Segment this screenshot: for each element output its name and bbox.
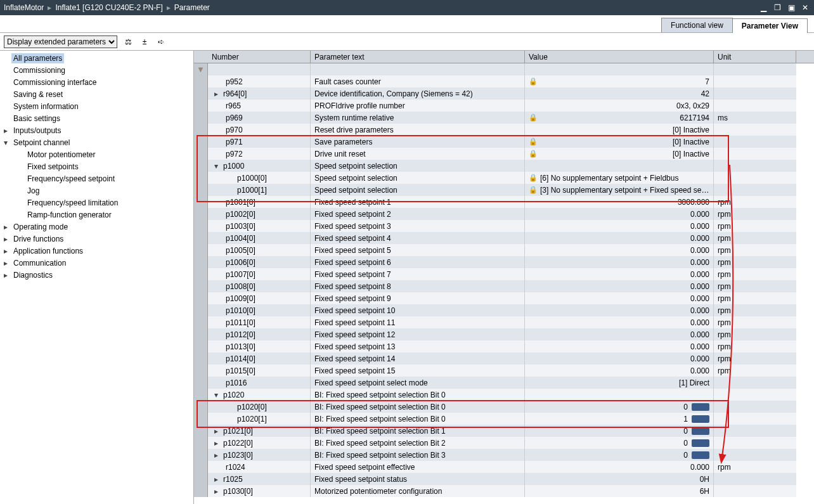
cell-value[interactable]: 🔒[0] Inactive	[525, 136, 714, 148]
cell-value[interactable]: 0.000	[525, 461, 714, 473]
cell-value[interactable]: 0.000	[525, 365, 714, 377]
cell-value[interactable]: 0.000	[525, 316, 714, 328]
cell-value[interactable]: 0.000	[525, 268, 714, 280]
nav-item[interactable]: Basic settings	[0, 112, 193, 124]
cell-value[interactable]: 0	[525, 449, 714, 461]
chevron-right-icon[interactable]: ▸	[4, 223, 11, 231]
cell-value[interactable]: 6H	[525, 485, 714, 497]
cell-number[interactable]: p971	[208, 136, 311, 148]
table-row[interactable]: p972Drive unit reset🔒[0] Inactive	[194, 148, 814, 160]
chevron-right-icon[interactable]: ▸	[214, 427, 223, 436]
col-text[interactable]: Parameter text	[311, 51, 525, 63]
nav-item[interactable]: Saving & reset	[0, 88, 193, 100]
table-row[interactable]: p1000[0]Speed setpoint selection🔒[6] No …	[194, 172, 814, 184]
chevron-right-icon[interactable]: ▸	[214, 475, 223, 484]
nav-item[interactable]: Fixed setpoints	[0, 160, 193, 172]
table-row[interactable]: p1013[0]Fixed speed setpoint 130.000rpm	[194, 340, 814, 352]
nav-item[interactable]: Jog	[0, 184, 193, 197]
table-row[interactable]: p971Save parameters🔒[0] Inactive	[194, 136, 814, 148]
table-row[interactable]: p1010[0]Fixed speed setpoint 100.000rpm	[194, 304, 814, 316]
nav-item[interactable]: ▾Setpoint channel	[0, 136, 193, 148]
nav-item[interactable]: Commissioning	[0, 64, 193, 76]
filter-number[interactable]	[208, 63, 311, 75]
cell-number[interactable]: p1020[0]	[208, 401, 311, 413]
table-row[interactable]: p1000[1]Speed setpoint selection🔒[3] No …	[194, 184, 814, 196]
table-row[interactable]: p1004[0]Fixed speed setpoint 40.000rpm	[194, 232, 814, 244]
cell-value[interactable]: 0.000	[525, 280, 714, 292]
cell-number[interactable]: ▸p1022[0]	[208, 437, 311, 449]
signal-pill-icon[interactable]	[692, 415, 709, 423]
cell-value[interactable]: 0.000	[525, 352, 714, 365]
cell-value[interactable]: 🔒7	[525, 75, 714, 87]
cell-number[interactable]: p1010[0]	[208, 304, 311, 316]
cell-number[interactable]: p1011[0]	[208, 316, 311, 328]
cell-value[interactable]: 0.000	[525, 208, 714, 220]
cell-value[interactable]: 42	[525, 87, 714, 100]
cell-value[interactable]	[525, 389, 714, 401]
cell-number[interactable]: p970	[208, 124, 311, 136]
grid-body[interactable]: ▼p952Fault cases counter🔒7▸r964[0]Device…	[194, 63, 814, 504]
cell-value[interactable]: 0	[525, 437, 714, 449]
cell-number[interactable]: ▸p1021[0]	[208, 425, 311, 437]
table-row[interactable]: p1002[0]Fixed speed setpoint 20.000rpm	[194, 208, 814, 220]
cell-number[interactable]: p1020[1]	[208, 413, 311, 425]
cell-number[interactable]: p1015[0]	[208, 365, 311, 377]
cell-number[interactable]: r1024	[208, 461, 311, 473]
cell-value[interactable]: 0H	[525, 473, 714, 485]
cell-number[interactable]: r965	[208, 100, 311, 112]
table-row[interactable]: p1020[1]BI: Fixed speed setpoint selecti…	[194, 413, 814, 425]
compare-icon[interactable]: ⚖	[122, 36, 134, 48]
cell-number[interactable]: p1008[0]	[208, 280, 311, 292]
signal-pill-icon[interactable]	[692, 427, 709, 435]
cell-value[interactable]: 0x3, 0x29	[525, 100, 714, 112]
nav-item[interactable]: All parameters	[0, 52, 193, 64]
cell-value[interactable]: 🔒[0] Inactive	[525, 148, 714, 160]
table-row[interactable]: p1012[0]Fixed speed setpoint 120.000rpm	[194, 328, 814, 340]
cell-value[interactable]: 🔒[6] No supplementary setpoint + Fieldbu…	[525, 172, 714, 184]
cell-value[interactable]: 3000.000	[525, 196, 714, 208]
col-value[interactable]: Value	[525, 51, 714, 63]
signal-pill-icon[interactable]	[692, 439, 709, 447]
cell-number[interactable]: p972	[208, 148, 311, 160]
filter-unit[interactable]	[714, 63, 796, 75]
table-row[interactable]: ▸r964[0]Device identification, Company (…	[194, 87, 814, 100]
download-icon[interactable]: ±	[139, 36, 150, 48]
tab-functional-view[interactable]: Functional view	[661, 18, 733, 32]
close-button[interactable]: ✕	[800, 3, 810, 12]
col-number[interactable]: Number	[208, 51, 311, 63]
col-unit[interactable]: Unit	[714, 51, 796, 63]
cell-number[interactable]: p1000[0]	[208, 172, 311, 184]
cell-number[interactable]: p1002[0]	[208, 208, 311, 220]
cell-number[interactable]: p1009[0]	[208, 292, 311, 304]
cell-number[interactable]: p1006[0]	[208, 256, 311, 268]
table-row[interactable]: p1015[0]Fixed speed setpoint 150.000rpm	[194, 365, 814, 377]
chevron-right-icon[interactable]: ▸	[4, 271, 11, 280]
table-row[interactable]: r965PROFIdrive profile number0x3, 0x29	[194, 100, 814, 112]
cell-number[interactable]: p1014[0]	[208, 352, 311, 365]
table-row[interactable]: p1007[0]Fixed speed setpoint 70.000rpm	[194, 268, 814, 280]
cell-number[interactable]: p1007[0]	[208, 268, 311, 280]
funnel-icon[interactable]: ▼	[197, 65, 205, 74]
cell-value[interactable]: 0.000	[525, 328, 714, 340]
table-row[interactable]: ▸p1030[0]Motorized potentiometer configu…	[194, 485, 814, 497]
cell-number[interactable]: ▸p1030[0]	[208, 485, 311, 497]
table-row[interactable]: p1006[0]Fixed speed setpoint 60.000rpm	[194, 256, 814, 268]
cell-value[interactable]: 0.000	[525, 220, 714, 232]
table-row[interactable]: p1003[0]Fixed speed setpoint 30.000rpm	[194, 220, 814, 232]
chevron-right-icon[interactable]: ▸	[4, 126, 11, 135]
table-row[interactable]: p1009[0]Fixed speed setpoint 90.000rpm	[194, 292, 814, 304]
filter-row[interactable]: ▼	[194, 63, 814, 75]
table-row[interactable]: p1005[0]Fixed speed setpoint 50.000rpm	[194, 244, 814, 256]
nav-item[interactable]: ▸Diagnostics	[0, 269, 193, 281]
cell-value[interactable]: 0	[525, 401, 714, 413]
signal-pill-icon[interactable]	[692, 403, 709, 411]
table-row[interactable]: p969System runtime relative🔒6217194ms	[194, 112, 814, 124]
cell-number[interactable]: p1003[0]	[208, 220, 311, 232]
nav-item[interactable]: Commissioning interface	[0, 76, 193, 88]
table-row[interactable]: p1016Fixed speed setpoint select mode[1]…	[194, 377, 814, 389]
table-row[interactable]: ▸p1022[0]BI: Fixed speed setpoint select…	[194, 437, 814, 449]
table-row[interactable]: p970Reset drive parameters[0] Inactive	[194, 124, 814, 136]
cell-number[interactable]: ▾p1020	[208, 389, 311, 401]
table-row[interactable]: ▾p1020BI: Fixed speed setpoint selection…	[194, 389, 814, 401]
crumb-2[interactable]: Inflate1 [G120 CU240E-2 PN-F]	[55, 3, 162, 12]
